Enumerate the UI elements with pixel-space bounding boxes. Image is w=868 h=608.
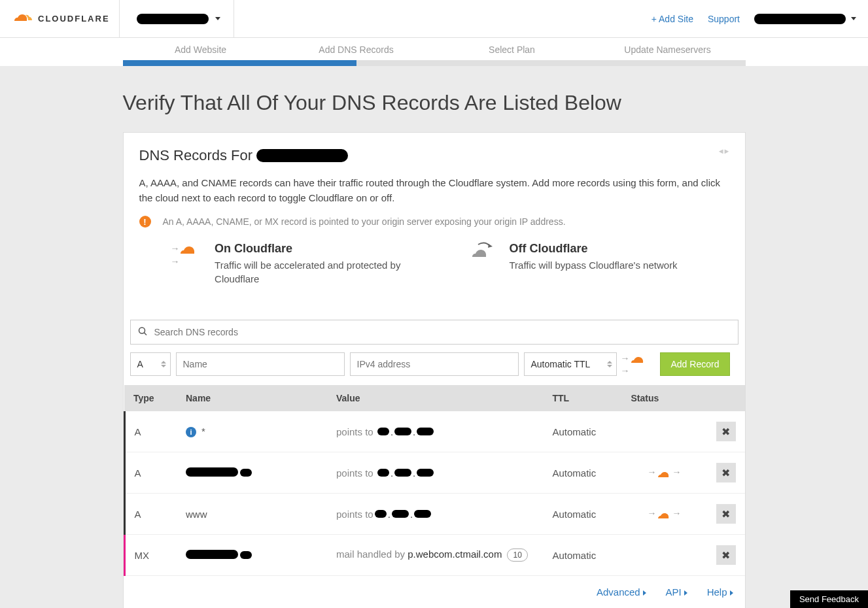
- topbar-right: + Add Site Support: [651, 14, 856, 24]
- cell-status[interactable]: →→: [622, 452, 707, 494]
- table-row: MXmail handled by p.webcom.ctmail.com10A…: [124, 535, 745, 576]
- delete-button[interactable]: ✖: [716, 504, 736, 524]
- cell-delete: ✖: [707, 411, 745, 452]
- card-footer-links: Advanced API Help: [124, 576, 745, 608]
- redacted-user: [754, 14, 846, 24]
- search-wrap: [130, 320, 738, 345]
- ttl-select[interactable]: Automatic TTL: [524, 352, 617, 376]
- cell-name[interactable]: [177, 452, 327, 494]
- redacted-value: [417, 428, 434, 435]
- step-4[interactable]: Update Nameservers: [590, 38, 746, 65]
- chevron-right-icon: [643, 590, 646, 596]
- cell-ttl[interactable]: Automatic: [544, 411, 622, 452]
- step-2[interactable]: Add DNS Records: [279, 38, 434, 65]
- info-icon[interactable]: i: [186, 427, 196, 437]
- cell-ttl[interactable]: Automatic: [544, 535, 622, 576]
- cloud-on-icon: →→: [172, 242, 203, 267]
- name-text: *: [201, 426, 205, 437]
- cell-name[interactable]: www: [177, 494, 327, 535]
- cell-ttl[interactable]: Automatic: [544, 494, 622, 535]
- value-prefix: points to: [336, 509, 373, 520]
- help-link[interactable]: Help: [707, 586, 733, 598]
- redacted-name: [186, 550, 238, 559]
- advanced-link[interactable]: Advanced: [597, 586, 646, 598]
- support-link[interactable]: Support: [708, 14, 740, 24]
- cell-name[interactable]: i*: [177, 411, 327, 452]
- user-dropdown[interactable]: [754, 14, 856, 24]
- cell-type[interactable]: A: [124, 494, 177, 535]
- th-ttl: TTL: [544, 385, 622, 411]
- type-select-value: A: [137, 359, 143, 369]
- step-3[interactable]: Select Plan: [434, 38, 590, 65]
- search-icon: [138, 327, 147, 338]
- logo[interactable]: CLOUDFLARE: [12, 0, 120, 37]
- caret-down-icon: [215, 17, 220, 20]
- th-type: Type: [124, 385, 177, 411]
- send-feedback-button[interactable]: Send Feedback: [790, 590, 868, 608]
- svg-point-1: [139, 328, 145, 333]
- cell-type[interactable]: A: [124, 411, 177, 452]
- cell-status[interactable]: [622, 411, 707, 452]
- legend: →→ On Cloudflare Traffic will be acceler…: [139, 242, 729, 286]
- cell-ttl[interactable]: Automatic: [544, 452, 622, 494]
- redacted-account: [137, 14, 209, 24]
- warning-text: An A, AAAA, CNAME, or MX record is point…: [163, 216, 566, 227]
- quick-nav-icon[interactable]: ◄►: [718, 147, 729, 155]
- th-status: Status: [622, 385, 707, 411]
- legend-on-desc: Traffic will be accelerated and protecte…: [215, 258, 420, 286]
- delete-button[interactable]: ✖: [716, 545, 736, 565]
- add-record-button[interactable]: Add Record: [660, 352, 731, 376]
- main-area: Verify That All Of Your DNS Records Are …: [0, 66, 868, 608]
- search-input[interactable]: [130, 320, 738, 345]
- redacted-name: [240, 551, 252, 559]
- warning-row: ! An A, AAAA, CNAME, or MX record is poi…: [139, 216, 729, 228]
- value-text: p.webcom.ctmail.com: [408, 549, 502, 560]
- cell-value[interactable]: mail handled by p.webcom.ctmail.com10: [327, 535, 544, 576]
- table-row: Awwwpoints to..Automatic→→✖: [124, 494, 745, 535]
- cloud-logo-icon: [12, 8, 34, 29]
- cloud-toggle-icon[interactable]: →→: [622, 352, 655, 376]
- cloud-off-icon: [466, 242, 498, 260]
- account-dropdown[interactable]: [130, 0, 234, 37]
- th-value: Value: [327, 385, 544, 411]
- table-row: Apoints to ..Automatic→→✖: [124, 452, 745, 494]
- delete-button[interactable]: ✖: [716, 463, 736, 482]
- api-link[interactable]: API: [666, 586, 687, 598]
- cell-delete: ✖: [707, 494, 745, 535]
- svg-marker-0: [488, 244, 493, 248]
- th-name: Name: [177, 385, 327, 411]
- name-input[interactable]: [176, 352, 345, 376]
- spinner-icon: [607, 361, 612, 367]
- cell-status[interactable]: [622, 535, 707, 576]
- cell-value[interactable]: points to ..: [327, 452, 544, 494]
- cell-delete: ✖: [707, 535, 745, 576]
- steps-nav: Add Website Add DNS Records Select Plan …: [0, 38, 868, 66]
- cell-type[interactable]: A: [124, 452, 177, 494]
- card-description: A, AAAA, and CNAME records can have thei…: [139, 176, 729, 205]
- cell-delete: ✖: [707, 452, 745, 494]
- cloud-on-icon[interactable]: →→: [649, 466, 680, 477]
- dns-card: DNS Records For ◄► A, AAAA, and CNAME re…: [123, 132, 746, 608]
- card-title: DNS Records For: [139, 147, 349, 164]
- delete-button[interactable]: ✖: [716, 422, 736, 441]
- spinner-icon: [161, 361, 166, 367]
- add-site-link[interactable]: + Add Site: [651, 14, 693, 24]
- api-label: API: [666, 586, 682, 598]
- cell-value[interactable]: points to ..: [327, 411, 544, 452]
- card-title-prefix: DNS Records For: [139, 147, 253, 164]
- svg-line-2: [144, 333, 147, 335]
- cloud-on-icon[interactable]: →→: [649, 507, 680, 518]
- page-title: Verify That All Of Your DNS Records Are …: [123, 91, 746, 115]
- table-row: Ai*points to ..Automatic✖: [124, 411, 745, 452]
- th-actions: [707, 385, 745, 411]
- step-1[interactable]: Add Website: [123, 38, 279, 65]
- legend-on: →→ On Cloudflare Traffic will be acceler…: [172, 242, 421, 286]
- cell-value[interactable]: points to..: [327, 494, 544, 535]
- cell-status[interactable]: →→: [622, 494, 707, 535]
- cell-type[interactable]: MX: [124, 535, 177, 576]
- type-select[interactable]: A: [130, 352, 171, 376]
- cell-name[interactable]: [177, 535, 327, 576]
- value-input[interactable]: [350, 352, 519, 376]
- redacted-value: [394, 469, 411, 477]
- redacted-value: [377, 428, 389, 435]
